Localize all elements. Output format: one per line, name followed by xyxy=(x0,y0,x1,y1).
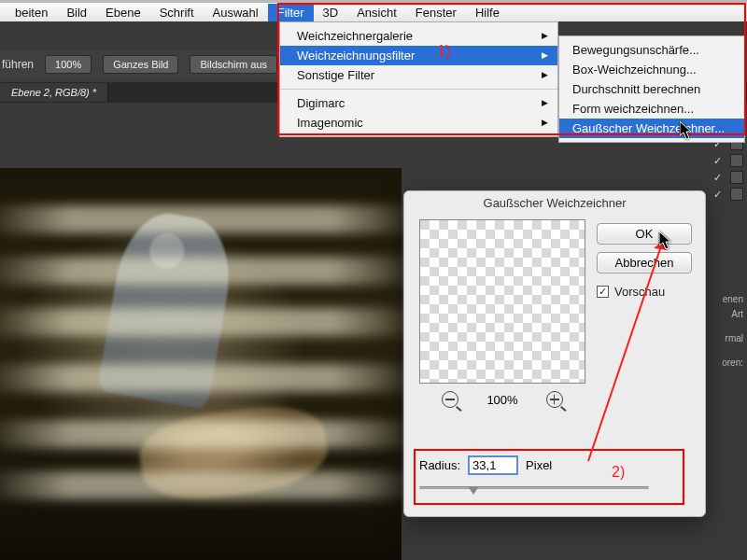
filter-dropdown[interactable]: Weichzeichnergalerie Weichzeichnungsfilt… xyxy=(279,21,558,137)
menu-item-digimarc[interactable]: Digimarc xyxy=(280,93,557,113)
menu-ansicht[interactable]: Ansicht xyxy=(347,4,406,21)
menu-ebene[interactable]: Ebene xyxy=(96,4,150,21)
menu-filter[interactable]: Filter xyxy=(268,4,314,21)
visibility-toggle[interactable]: ✓ xyxy=(713,172,725,183)
menu-bild[interactable]: Bild xyxy=(57,4,96,21)
preview-checkbox[interactable]: ✓ Vorschau xyxy=(597,285,692,299)
visibility-toggle[interactable]: ✓ xyxy=(713,155,725,166)
panel-label: oren: xyxy=(722,357,743,368)
radius-input[interactable] xyxy=(468,455,518,475)
checkbox-icon: ✓ xyxy=(597,286,609,298)
visibility-toggle[interactable]: ✓ xyxy=(713,189,725,200)
radius-unit: Pixel xyxy=(526,458,552,472)
zoom-level[interactable]: 100% xyxy=(45,55,92,74)
slider-thumb-icon[interactable] xyxy=(468,486,479,495)
fullscreen-button[interactable]: Bildschirm aus xyxy=(190,55,277,74)
blur-preview[interactable] xyxy=(419,219,585,384)
panel-label: enen xyxy=(723,294,743,304)
fit-whole-image-button[interactable]: Ganzes Bild xyxy=(103,55,178,74)
menu-item-average[interactable]: Durchschnitt berechnen xyxy=(559,79,744,99)
menu-item-box-blur[interactable]: Box-Weichzeichnung... xyxy=(559,60,744,79)
document-tab[interactable]: Ebene 2, RGB/8) * xyxy=(0,83,108,102)
cancel-button[interactable]: Abbrechen xyxy=(597,252,692,273)
right-panels: ✓ ✓ ✓ ✓ enen Art rmal oren: xyxy=(700,135,747,560)
cursor-icon xyxy=(659,231,672,250)
cursor-icon xyxy=(680,121,693,140)
dialog-title: Gaußscher Weichzeichner xyxy=(404,191,705,213)
menu-schrift[interactable]: Schrift xyxy=(150,4,204,21)
swatch xyxy=(730,171,743,184)
preview-checkbox-label: Vorschau xyxy=(614,285,665,299)
zoom-out-icon[interactable] xyxy=(442,391,458,408)
swatch xyxy=(730,188,743,201)
menu-item-weichzeichnungsfilter[interactable]: Weichzeichnungsfilter xyxy=(280,46,557,65)
radius-slider[interactable] xyxy=(419,481,649,494)
panel-label: Art xyxy=(731,309,743,319)
menu-item-motion-blur[interactable]: Bewegungsunschärfe... xyxy=(559,40,744,60)
blur-submenu[interactable]: Bewegungsunschärfe... Box-Weichzeichnung… xyxy=(558,35,745,143)
canvas[interactable] xyxy=(0,168,402,560)
menu-bearbeiten[interactable]: beiten xyxy=(6,4,57,21)
menu-item-gaussian-blur[interactable]: Gaußscher Weichzeichner... xyxy=(559,119,744,138)
menubar[interactable]: beiten Bild Ebene Schrift Auswahl Filter… xyxy=(0,3,747,21)
menu-item-sonstige-filter[interactable]: Sonstige Filter xyxy=(280,65,557,85)
menu-auswahl[interactable]: Auswahl xyxy=(204,4,268,21)
zoom-in-icon[interactable] xyxy=(546,391,563,408)
preview-zoom-level: 100% xyxy=(486,393,517,407)
ok-button[interactable]: OK xyxy=(597,223,692,245)
menu-item-imagenomic[interactable]: Imagenomic xyxy=(280,113,557,133)
option-label: führen xyxy=(2,58,34,71)
panel-label: rmal xyxy=(726,333,743,343)
menu-item-shape-blur[interactable]: Form weichzeichnen... xyxy=(559,99,744,119)
swatch xyxy=(730,154,743,167)
menu-fenster[interactable]: Fenster xyxy=(406,4,466,21)
annotation-1: 1) xyxy=(437,43,450,60)
menu-item-weichzeichnergalerie[interactable]: Weichzeichnergalerie xyxy=(280,26,557,46)
annotation-2: 2) xyxy=(612,464,625,481)
radius-label: Radius: xyxy=(419,458,460,472)
menu-3d[interactable]: 3D xyxy=(314,4,348,21)
menu-hilfe[interactable]: Hilfe xyxy=(466,4,509,21)
